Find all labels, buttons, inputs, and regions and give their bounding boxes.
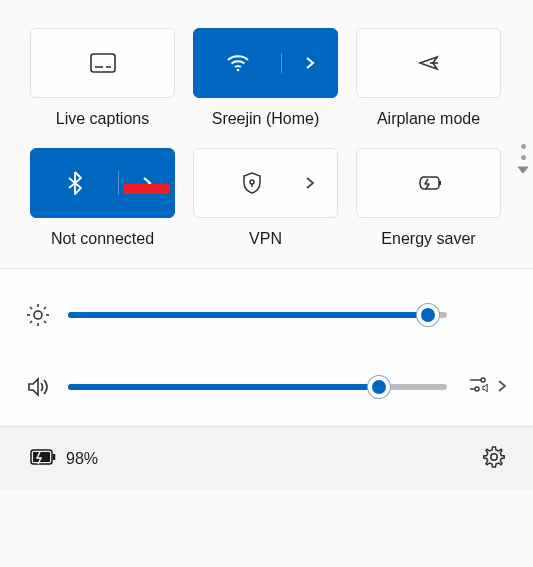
- sliders-section: [0, 269, 533, 426]
- battery-icon: [30, 449, 56, 469]
- svg-rect-0: [91, 54, 115, 72]
- energy-saver-icon: [416, 174, 442, 192]
- shield-lock-icon: [242, 171, 262, 195]
- battery-text: 98%: [66, 450, 98, 468]
- audio-output-button[interactable]: [469, 375, 491, 398]
- tile-label: Airplane mode: [377, 110, 480, 128]
- bluetooth-tile[interactable]: [30, 148, 175, 218]
- svg-point-18: [481, 378, 485, 382]
- speaker-icon: [26, 376, 50, 398]
- svg-line-15: [30, 321, 32, 323]
- wifi-tile[interactable]: [193, 28, 338, 98]
- audio-expand-button[interactable]: [497, 379, 507, 395]
- bluetooth-icon: [67, 171, 83, 195]
- battery-status[interactable]: 98%: [30, 449, 98, 469]
- airplane-mode-tile[interactable]: [356, 28, 501, 98]
- energy-saver-tile[interactable]: [356, 148, 501, 218]
- highlight-box: [123, 184, 170, 194]
- svg-line-13: [30, 307, 32, 309]
- brightness-row: [26, 303, 507, 327]
- tile-label: Not connected: [51, 230, 154, 248]
- live-captions-tile[interactable]: [30, 28, 175, 98]
- svg-point-5: [250, 180, 254, 184]
- tile-label: Live captions: [56, 110, 149, 128]
- scroll-hint: [517, 144, 529, 174]
- svg-point-24: [491, 454, 497, 460]
- bottom-bar: 98%: [0, 426, 533, 490]
- chevron-right-icon: [303, 56, 317, 70]
- gear-icon: [483, 446, 505, 468]
- svg-point-20: [475, 387, 479, 391]
- volume-slider[interactable]: [68, 384, 447, 390]
- captions-icon: [90, 53, 116, 73]
- svg-line-14: [44, 321, 46, 323]
- brightness-icon: [26, 303, 50, 327]
- quick-settings-tiles: Live captions: [0, 0, 533, 268]
- volume-row: [26, 375, 507, 398]
- tile-label: Sreejin (Home): [212, 110, 320, 128]
- vpn-tile[interactable]: [193, 148, 338, 218]
- tile-label: VPN: [249, 230, 282, 248]
- airplane-icon: [417, 52, 441, 74]
- brightness-slider[interactable]: [68, 312, 447, 318]
- bluetooth-expand-button[interactable]: [119, 176, 174, 190]
- vpn-expand-button[interactable]: [282, 177, 337, 189]
- svg-point-8: [34, 311, 42, 319]
- svg-rect-22: [33, 452, 50, 462]
- tile-label: Energy saver: [381, 230, 475, 248]
- wifi-expand-button[interactable]: [282, 56, 337, 70]
- settings-button[interactable]: [483, 446, 505, 471]
- wifi-icon: [226, 53, 250, 73]
- svg-point-3: [236, 69, 239, 72]
- svg-line-16: [44, 307, 46, 309]
- chevron-right-icon: [304, 177, 316, 189]
